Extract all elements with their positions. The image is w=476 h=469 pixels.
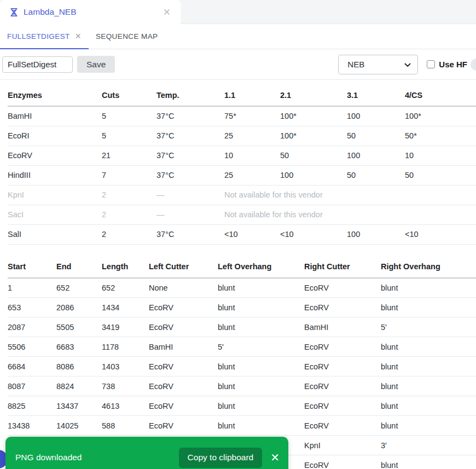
table-cell: — (156, 205, 224, 224)
table-cell: blunt (381, 396, 476, 416)
table-cell: 10 (224, 146, 280, 165)
use-hf-checkbox[interactable] (427, 60, 435, 68)
table-cell: EcoRV (304, 377, 381, 396)
table-cell: 10 (405, 146, 476, 165)
table-cell: — (156, 185, 224, 205)
tab-fullsetdigest-label: FULLSETDIGEST (7, 32, 70, 40)
info-circle-icon[interactable] (471, 59, 476, 71)
table-cell: 37°C (156, 126, 224, 146)
table-cell: 21 (102, 146, 156, 165)
table-cell: 6683 (56, 337, 102, 357)
column-header: Right Overhang (381, 256, 476, 278)
dna-icon (9, 8, 19, 17)
table-cell: 1434 (102, 298, 149, 317)
table-cell: EcoRV (149, 317, 218, 337)
use-hf-control: Use HF (427, 59, 476, 71)
column-header: 4/CS (405, 84, 476, 106)
save-button[interactable]: Save (77, 56, 115, 73)
copy-to-clipboard-button[interactable]: Copy to clipboard (179, 448, 263, 468)
enzyme-table-header: Enzymes Cuts Temp. 1.1 2.1 3.1 4/CS (8, 84, 476, 106)
table-row: SacI2—Not available for this vendor (8, 205, 476, 224)
table-cell: BamHI (8, 106, 102, 126)
table-cell: 50* (405, 126, 476, 146)
table-cell: EcoRV (304, 337, 381, 357)
table-cell: blunt (218, 317, 304, 337)
table-cell: blunt (218, 357, 304, 377)
table-cell: EcoRV (8, 146, 102, 165)
table-cell: EcoRV (149, 416, 218, 436)
table-cell: blunt (381, 278, 476, 298)
table-cell: 37°C (156, 106, 224, 126)
table-cell: 5' (381, 317, 476, 337)
digest-name-input[interactable] (2, 56, 73, 73)
tab-close-icon[interactable]: ✕ (75, 32, 82, 40)
table-cell: <10 (280, 224, 347, 244)
document-tab-title: Lambda_NEB (24, 7, 161, 17)
table-cell: 8824 (56, 377, 102, 396)
tab-fullsetdigest[interactable]: FULLSETDIGEST ✕ (0, 24, 89, 49)
table-cell: 5506 (8, 337, 56, 357)
table-cell: blunt (381, 416, 476, 436)
document-tab[interactable]: Lambda_NEB ✕ (0, 0, 181, 24)
column-header: Cuts (102, 84, 156, 106)
table-cell: 37°C (156, 146, 224, 165)
table-cell: 37°C (156, 165, 224, 185)
tab-sequence-map-label: SEQUENCE MAP (96, 32, 158, 40)
table-cell: 13437 (56, 396, 102, 416)
table-cell: BamHI (149, 337, 218, 357)
table-row: EcoRI537°C25100*5050* (8, 126, 476, 146)
table-cell: 50 (347, 126, 405, 146)
table-cell: 100 (347, 146, 405, 165)
table-cell: <10 (405, 224, 476, 244)
table-cell: 50 (347, 165, 405, 185)
table-cell: 2 (102, 185, 156, 205)
table-cell: 75* (224, 106, 280, 126)
document-tab-close-icon[interactable]: ✕ (161, 5, 173, 19)
table-cell: EcoRV (304, 396, 381, 416)
tab-sequence-map[interactable]: SEQUENCE MAP (89, 24, 165, 49)
table-cell: 25 (224, 165, 280, 185)
vendor-select[interactable]: NEB (338, 55, 418, 74)
table-cell: 5 (102, 126, 156, 146)
table-cell: 652 (56, 278, 102, 298)
table-cell: 5' (218, 337, 304, 357)
table-row: 1343814025588EcoRVbluntEcoRVblunt (8, 416, 476, 436)
table-cell: blunt (218, 377, 304, 396)
table-cell: 1 (8, 278, 56, 298)
table-row: 208755053419EcoRVbluntBamHI5' (8, 317, 476, 337)
table-cell: blunt (381, 298, 476, 317)
table-cell: 652 (102, 278, 149, 298)
table-row: 1652652NonebluntEcoRVblunt (8, 278, 476, 298)
table-cell: KpnI (8, 185, 102, 205)
table-cell: <10 (224, 224, 280, 244)
table-row: HindIII737°C251005050 (8, 165, 476, 185)
table-cell: 5505 (56, 317, 102, 337)
table-cell: EcoRV (149, 298, 218, 317)
table-cell: 588 (102, 416, 149, 436)
table-cell: 14025 (56, 416, 102, 436)
column-header: Enzymes (8, 84, 102, 106)
table-row: BamHI537°C75*100*100100* (8, 106, 476, 126)
table-cell: 2 (102, 205, 156, 224)
table-cell: 5 (102, 106, 156, 126)
table-cell: blunt (218, 396, 304, 416)
table-cell: EcoRV (304, 278, 381, 298)
table-row: 65320861434EcoRVbluntEcoRVblunt (8, 298, 476, 317)
table-cell: 100* (405, 106, 476, 126)
table-cell: EcoRV (304, 416, 381, 436)
table-cell: HindIII (8, 165, 102, 185)
table-cell: 7 (102, 165, 156, 185)
table-cell: SalI (8, 224, 102, 244)
table-cell: 1403 (102, 357, 149, 377)
vendor-select-value: NEB (347, 60, 404, 69)
table-cell: 2086 (56, 298, 102, 317)
table-row: KpnI2—Not available for this vendor (8, 185, 476, 205)
toast-close-icon[interactable]: ✕ (270, 452, 280, 463)
toast-message: PNG downloaded (15, 453, 179, 462)
toolbar: Save NEB Use HF (0, 49, 476, 80)
table-cell: blunt (381, 337, 476, 357)
column-header: Left Cutter (149, 256, 218, 278)
table-cell: EcoRV (304, 455, 381, 469)
column-header: Length (102, 256, 149, 278)
table-cell: blunt (381, 377, 476, 396)
